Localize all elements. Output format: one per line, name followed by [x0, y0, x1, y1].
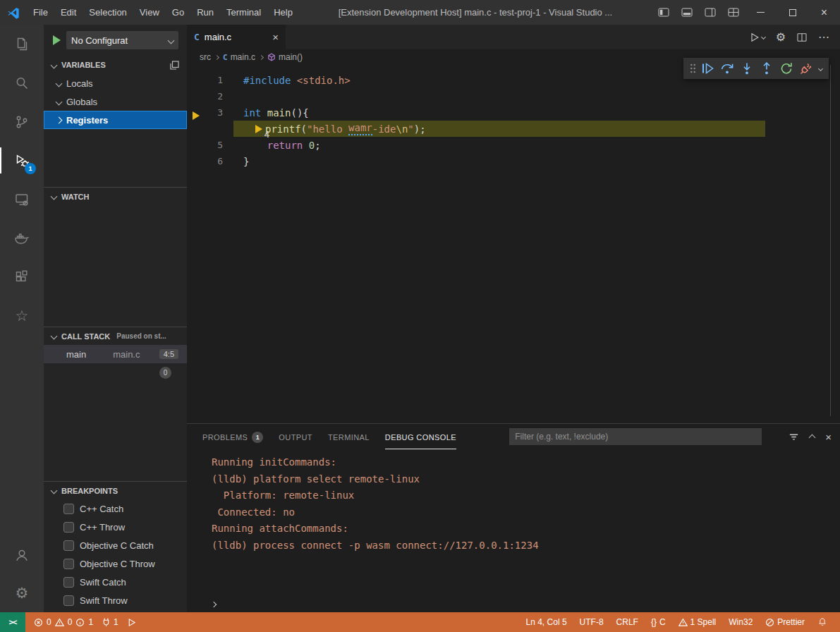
- remote-indicator[interactable]: ><: [0, 612, 25, 632]
- console-line: Running attachCommands:: [212, 521, 840, 537]
- disconnect-icon[interactable]: [796, 60, 816, 77]
- console-input-prompt[interactable]: [212, 602, 840, 612]
- toolbar-drag-grip-icon[interactable]: [688, 60, 698, 77]
- settings-gear-icon[interactable]: ⚙: [0, 573, 44, 612]
- checkbox[interactable]: [63, 540, 74, 551]
- breakpoint-swift-catch[interactable]: Swift Catch: [44, 573, 187, 591]
- menu-run[interactable]: Run: [190, 0, 220, 25]
- run-and-debug-icon[interactable]: 1: [0, 141, 44, 180]
- checkbox[interactable]: [63, 559, 74, 569]
- menu-help[interactable]: Help: [267, 0, 299, 25]
- ports-indicator[interactable]: 1: [97, 612, 123, 632]
- prettier-status[interactable]: Prettier: [761, 617, 809, 627]
- menu-terminal[interactable]: Terminal: [220, 0, 267, 25]
- menu-selection[interactable]: Selection: [83, 0, 133, 25]
- debug-session-dropdown-icon[interactable]: [816, 67, 824, 71]
- close-window-button[interactable]: ×: [808, 7, 840, 18]
- launch-configuration-dropdown[interactable]: No Configurat: [66, 31, 178, 49]
- checkbox[interactable]: [63, 522, 74, 533]
- checkbox[interactable]: [63, 577, 74, 588]
- variables-scope-registers[interactable]: Registers: [44, 111, 187, 129]
- platform-indicator[interactable]: Win32: [724, 617, 757, 627]
- source-control-icon[interactable]: [0, 102, 44, 141]
- checkbox[interactable]: [63, 504, 74, 514]
- start-debugging-icon[interactable]: [53, 35, 61, 45]
- maximize-button[interactable]: [777, 7, 808, 18]
- toggle-panel-icon[interactable]: [675, 7, 698, 18]
- breakpoint-label: C++ Throw: [80, 522, 125, 533]
- step-into-icon[interactable]: [737, 60, 757, 77]
- console-line: Running initCommands:: [212, 454, 840, 471]
- customize-layout-icon[interactable]: [722, 7, 745, 18]
- breakpoint-swift-throw[interactable]: Swift Throw: [44, 591, 187, 609]
- breadcrumb-file[interactable]: C main.c: [223, 52, 255, 62]
- breakpoints-section-header[interactable]: BREAKPOINTS: [44, 481, 187, 499]
- code-editor[interactable]: 1 #include <stdio.h> 2 3 int main(){: [187, 65, 840, 423]
- menu-go[interactable]: Go: [166, 0, 190, 25]
- collapse-all-icon[interactable]: [170, 61, 179, 70]
- close-panel-icon[interactable]: ×: [825, 431, 832, 443]
- maximize-panel-icon[interactable]: [810, 432, 815, 442]
- extensions-icon[interactable]: [0, 257, 44, 296]
- configure-gear-icon[interactable]: ⚙: [776, 32, 786, 43]
- chevron-down-icon: [51, 333, 58, 340]
- breadcrumb-symbol-main[interactable]: main(): [267, 52, 303, 62]
- tab-problems[interactable]: PROBLEMS 1: [202, 424, 263, 449]
- gutter[interactable]: 2: [187, 91, 233, 102]
- split-editor-icon[interactable]: [796, 32, 808, 43]
- language-mode[interactable]: {} C: [647, 617, 670, 627]
- star-icon[interactable]: ☆: [0, 296, 44, 335]
- docker-icon[interactable]: [0, 219, 44, 257]
- breadcrumb-src[interactable]: src: [200, 52, 211, 62]
- breakpoint-objc-catch[interactable]: Objective C Catch: [44, 536, 187, 554]
- search-icon[interactable]: [0, 63, 44, 102]
- spell-checker-status[interactable]: 1 Spell: [674, 617, 721, 627]
- encoding-indicator[interactable]: UTF-8: [576, 617, 608, 627]
- tab-output[interactable]: OUTPUT: [279, 424, 312, 449]
- toggle-sidebar-icon[interactable]: [652, 7, 675, 18]
- notifications-bell-icon[interactable]: [813, 617, 832, 627]
- restart-icon[interactable]: [777, 60, 796, 77]
- variables-section-header[interactable]: VARIABLES: [44, 56, 187, 74]
- breakpoint-cpp-catch[interactable]: C++ Catch: [44, 499, 187, 518]
- tab-terminal[interactable]: TERMINAL: [328, 424, 370, 449]
- close-tab-icon[interactable]: ×: [272, 32, 279, 42]
- tab-main-c[interactable]: C main.c ×: [187, 25, 286, 49]
- call-stack-section-header[interactable]: CALL STACK Paused on st...: [44, 327, 187, 345]
- breakpoint-objc-throw[interactable]: Objective C Throw: [44, 554, 187, 573]
- toggle-secondary-sidebar-icon[interactable]: [698, 7, 722, 18]
- launch-configuration-label: No Configurat: [71, 35, 169, 46]
- more-actions-icon[interactable]: ⋯: [818, 30, 829, 44]
- continue-icon[interactable]: [698, 60, 717, 77]
- breakpoint-cpp-throw[interactable]: C++ Throw: [44, 518, 187, 536]
- account-icon[interactable]: [0, 537, 44, 573]
- remote-explorer-icon[interactable]: [0, 180, 44, 219]
- debug-console-output[interactable]: Running initCommands: (lldb) platform se…: [187, 449, 840, 612]
- filter-icon[interactable]: [789, 432, 799, 442]
- gutter[interactable]: 6: [187, 156, 233, 166]
- inline-breakpoint-icon[interactable]: [255, 125, 262, 133]
- gutter[interactable]: 1: [187, 75, 233, 85]
- explorer-icon[interactable]: [0, 25, 44, 63]
- run-or-debug-button[interactable]: [749, 32, 765, 43]
- menu-edit[interactable]: Edit: [54, 0, 83, 25]
- menu-file[interactable]: File: [27, 0, 54, 25]
- variables-scope-globals[interactable]: Globals: [44, 92, 187, 111]
- step-out-icon[interactable]: [757, 60, 777, 77]
- chevron-right-icon: [214, 54, 219, 59]
- variables-scope-locals[interactable]: Locals: [44, 74, 187, 92]
- checkbox[interactable]: [63, 595, 74, 606]
- debug-launch-indicator[interactable]: [123, 612, 140, 632]
- eol-indicator[interactable]: CRLF: [612, 617, 643, 627]
- problems-summary[interactable]: 0 0 1: [30, 617, 97, 627]
- menu-view[interactable]: View: [133, 0, 166, 25]
- watch-section-header[interactable]: WATCH: [44, 187, 187, 205]
- step-over-icon[interactable]: [717, 60, 737, 77]
- debug-toolbar: [683, 58, 829, 79]
- minimize-button[interactable]: [745, 7, 777, 18]
- console-filter-input[interactable]: [509, 428, 762, 445]
- gutter[interactable]: 5: [187, 140, 233, 150]
- call-stack-frame[interactable]: main main.c 4:5: [44, 345, 187, 363]
- tab-debug-console[interactable]: DEBUG CONSOLE: [385, 424, 456, 449]
- cursor-position[interactable]: Ln 4, Col 5: [522, 617, 571, 627]
